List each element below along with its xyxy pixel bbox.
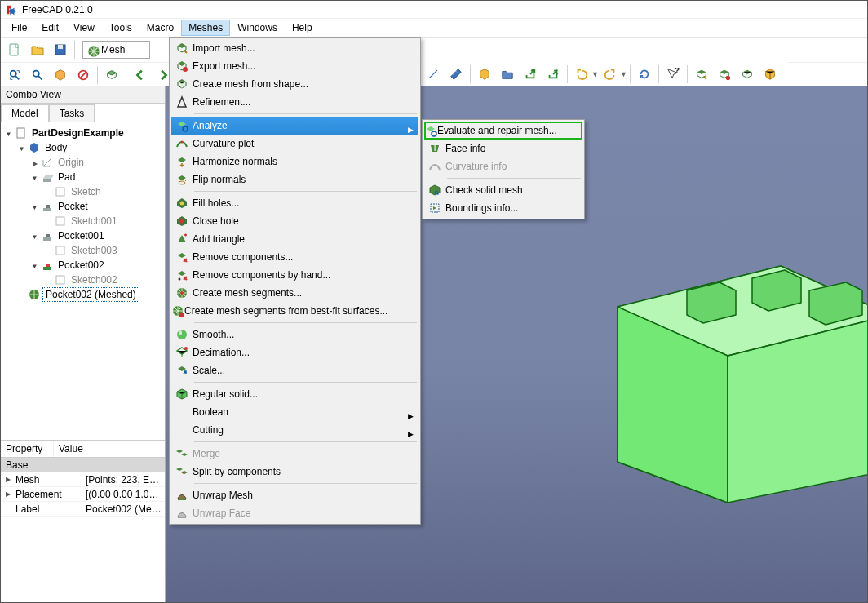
prop-value: Pocket002 (Meshe bbox=[82, 502, 165, 517]
menu-item[interactable]: Add triangle bbox=[171, 230, 418, 248]
menu-item[interactable]: Split by components bbox=[171, 463, 418, 481]
folder-icon[interactable] bbox=[497, 64, 518, 85]
svg-rect-8 bbox=[56, 188, 64, 196]
prop-row-mesh[interactable]: Mesh [Points: 223, Edges bbox=[1, 472, 165, 487]
menu-item[interactable]: Boolean bbox=[171, 403, 418, 421]
menu-item-icon bbox=[171, 489, 193, 502]
menu-tools[interactable]: Tools bbox=[102, 20, 140, 36]
menu-item[interactable]: Remove components... bbox=[171, 248, 418, 266]
tree-origin[interactable]: Origin bbox=[55, 156, 86, 169]
menu-item[interactable]: Cutting bbox=[171, 421, 418, 439]
value-col-header: Value bbox=[53, 441, 165, 457]
dropdown-caret-icon[interactable]: ▼ bbox=[620, 70, 627, 78]
menu-item[interactable]: Unwrap Mesh bbox=[171, 486, 418, 504]
mesh-node-icon bbox=[28, 288, 41, 301]
menu-item[interactable]: Refinement... bbox=[171, 93, 418, 111]
measure-icon[interactable] bbox=[445, 64, 467, 85]
mesh-fromshape-tb-icon[interactable] bbox=[737, 64, 758, 85]
tree-document[interactable]: PartDesignExample bbox=[29, 126, 126, 140]
mesh-regular-tb-icon[interactable] bbox=[760, 64, 781, 85]
menu-item[interactable]: Analyze bbox=[171, 117, 418, 135]
undo-icon[interactable] bbox=[571, 64, 592, 85]
tree-sketch003[interactable]: Sketch003 bbox=[69, 244, 120, 257]
menu-item-label: Unwrap Face bbox=[193, 508, 401, 519]
link-out-icon[interactable] bbox=[520, 64, 541, 85]
rotate-view-button[interactable] bbox=[101, 64, 122, 86]
tree-pocket[interactable]: Pocket bbox=[55, 200, 91, 213]
tree-pocket002[interactable]: Pocket002 bbox=[55, 259, 107, 272]
draft-icon[interactable] bbox=[423, 64, 444, 85]
menu-item-icon bbox=[171, 215, 193, 228]
tab-tasks[interactable]: Tasks bbox=[49, 104, 95, 122]
menu-macro[interactable]: Macro bbox=[140, 20, 181, 36]
submenu-item[interactable]: Boundings info... bbox=[424, 199, 582, 217]
caret-down-icon[interactable] bbox=[30, 202, 39, 211]
menu-item[interactable]: Close hole bbox=[171, 212, 418, 230]
menu-item[interactable]: Remove components by hand... bbox=[171, 266, 418, 284]
prop-row-label[interactable]: Label Pocket002 (Meshe bbox=[1, 502, 165, 517]
prop-row-placement[interactable]: Placement [(0.00 0.00 1.00); 0. bbox=[1, 487, 165, 502]
menu-item: Unwrap Face bbox=[171, 504, 418, 522]
workbench-label: Mesh bbox=[101, 44, 125, 55]
menu-item-label: Analyze bbox=[193, 120, 401, 131]
caret-down-icon[interactable] bbox=[30, 173, 39, 182]
dropdown-caret-icon[interactable]: ▼ bbox=[591, 70, 599, 78]
menu-item[interactable]: Create mesh from shape... bbox=[171, 75, 418, 93]
svg-rect-14 bbox=[56, 276, 64, 284]
fit-selection-button[interactable] bbox=[27, 64, 48, 86]
menu-meshes[interactable]: Meshes bbox=[181, 20, 230, 36]
tree-body[interactable]: Body bbox=[42, 141, 69, 154]
menu-item[interactable]: Smooth... bbox=[171, 326, 418, 344]
menu-item[interactable]: Fill holes... bbox=[171, 194, 418, 212]
tree-pad[interactable]: Pad bbox=[55, 171, 78, 184]
caret-right-icon[interactable] bbox=[30, 158, 39, 167]
menu-edit[interactable]: Edit bbox=[34, 20, 66, 36]
menu-item[interactable]: Curvature plot bbox=[171, 135, 418, 153]
box-icon[interactable] bbox=[474, 64, 495, 85]
caret-down-icon[interactable] bbox=[30, 232, 39, 241]
menu-item[interactable]: Regular solid... bbox=[171, 385, 418, 403]
whats-this-icon[interactable]: ? bbox=[662, 64, 684, 85]
workbench-selector[interactable]: Mesh bbox=[82, 41, 150, 59]
submenu-item[interactable]: Check solid mesh bbox=[424, 181, 582, 199]
sketch-icon bbox=[54, 215, 67, 228]
group-link-icon[interactable] bbox=[542, 64, 564, 85]
menu-item[interactable]: Create mesh segments from best-fit surfa… bbox=[171, 302, 418, 320]
menu-item[interactable]: Decimation... bbox=[171, 344, 418, 361]
menu-file[interactable]: File bbox=[4, 20, 34, 36]
refresh-icon[interactable] bbox=[634, 64, 655, 85]
model-tree[interactable]: PartDesignExample Body Origin bbox=[1, 122, 165, 440]
caret-down-icon[interactable] bbox=[17, 144, 26, 153]
tree-sketch002[interactable]: Sketch002 bbox=[69, 273, 120, 286]
isometric-button[interactable] bbox=[50, 64, 71, 86]
menu-help[interactable]: Help bbox=[285, 20, 320, 36]
menu-view[interactable]: View bbox=[66, 20, 102, 36]
tree-sketch001[interactable]: Sketch001 bbox=[69, 215, 120, 228]
mesh-import-tb-icon[interactable] bbox=[691, 64, 712, 85]
save-file-button[interactable] bbox=[50, 39, 71, 60]
fit-all-button[interactable] bbox=[4, 64, 25, 86]
svg-point-29 bbox=[179, 330, 182, 335]
menu-item[interactable]: Export mesh... bbox=[171, 57, 418, 75]
caret-down-icon[interactable] bbox=[4, 129, 13, 138]
menu-windows[interactable]: Windows bbox=[230, 20, 285, 36]
tree-pocket001[interactable]: Pocket001 bbox=[55, 229, 107, 242]
svg-text:?: ? bbox=[675, 68, 680, 75]
caret-down-icon[interactable] bbox=[30, 261, 39, 270]
tree-sketch[interactable]: Sketch bbox=[69, 185, 104, 198]
nav-back-button[interactable] bbox=[130, 64, 151, 86]
new-file-button[interactable] bbox=[4, 39, 25, 60]
tree-mesh-node[interactable]: Pocket002 (Meshed) bbox=[42, 287, 140, 302]
no-entry-icon[interactable] bbox=[73, 64, 94, 86]
mesh-export-tb-icon[interactable] bbox=[714, 64, 735, 85]
tab-model[interactable]: Model bbox=[1, 104, 49, 122]
menu-item[interactable]: Flip normals bbox=[171, 171, 418, 188]
menu-item[interactable]: Harmonize normals bbox=[171, 153, 418, 171]
redo-icon[interactable] bbox=[600, 64, 621, 85]
submenu-item[interactable]: Evaluate and repair mesh... bbox=[424, 122, 582, 140]
menu-item[interactable]: Create mesh segments... bbox=[171, 284, 418, 302]
menu-item[interactable]: Scale... bbox=[171, 361, 418, 379]
submenu-item[interactable]: iFace info bbox=[424, 140, 582, 157]
open-file-button[interactable] bbox=[27, 39, 48, 60]
menu-item[interactable]: Import mesh... bbox=[171, 39, 418, 57]
